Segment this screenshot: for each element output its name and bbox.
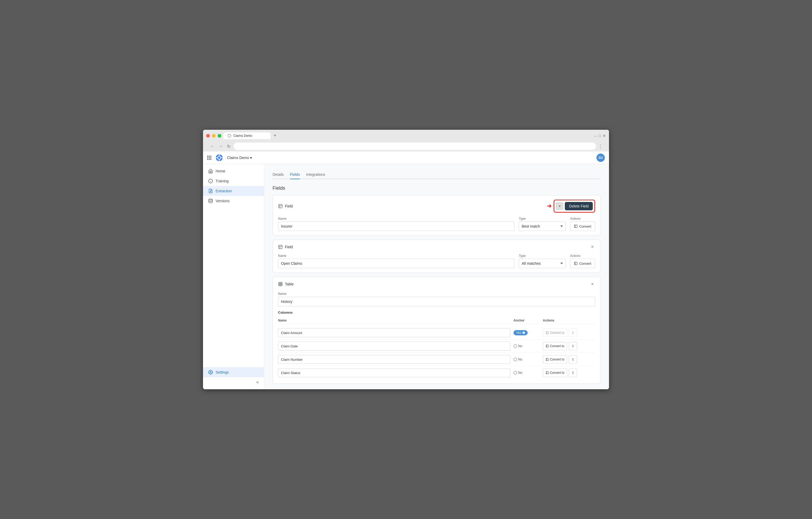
tab-fields[interactable]: Fields: [290, 170, 300, 179]
field-1-type-select[interactable]: Best match All matches First match: [519, 222, 566, 231]
col-2-actions: Convert to: [543, 342, 595, 350]
field-2-close-btn[interactable]: ×: [590, 244, 595, 250]
field-2-row: Name Type Best match All matches First m…: [278, 254, 595, 268]
nav-more-btn[interactable]: ⋮: [598, 143, 603, 149]
win-close-btn[interactable]: [206, 134, 210, 138]
col-4-anchor-no[interactable]: No: [514, 371, 522, 375]
col-4-drag-btn[interactable]: [569, 369, 577, 377]
field-card-1: Field ➜ × Delete Field Name: [272, 195, 601, 235]
col-3-input[interactable]: [278, 355, 511, 364]
win-min-btn[interactable]: [212, 134, 215, 138]
field-2-convert-btn[interactable]: Convert: [570, 259, 595, 268]
sidebar-item-extraction[interactable]: Extraction: [203, 186, 264, 196]
convert-to-icon-2: [546, 345, 549, 348]
field-2-type-select[interactable]: Best match All matches First match: [519, 259, 566, 268]
svg-point-12: [209, 199, 212, 200]
convert-to-icon-3: [546, 358, 549, 361]
app-title[interactable]: Claims Demo ▾: [227, 156, 252, 160]
field-icon-2: [278, 244, 283, 249]
svg-rect-24: [279, 282, 282, 286]
tab-icon: [228, 134, 231, 138]
delete-field-highlighted: × Delete Field: [554, 200, 595, 213]
nav-back-btn[interactable]: ←: [209, 143, 215, 150]
field-card-2: Field × Name Type Best match All matc: [272, 240, 601, 272]
field-2-actions-group: Actions Convert: [570, 254, 595, 268]
svg-rect-39: [546, 358, 549, 361]
versions-icon: [208, 199, 213, 203]
col-2-anchor: No: [514, 344, 540, 348]
sidebar-item-training[interactable]: Training: [203, 176, 264, 186]
apps-icon[interactable]: [207, 156, 211, 160]
close-btn[interactable]: ✕: [603, 134, 606, 138]
user-avatar[interactable]: SU: [597, 153, 605, 162]
page-tabs: Details Fields Integrations: [272, 170, 601, 179]
col-3-drag-btn[interactable]: [569, 355, 577, 364]
svg-point-13: [210, 372, 211, 373]
col-1-input[interactable]: [278, 328, 511, 337]
field-1-type-label: Type: [519, 217, 566, 221]
svg-rect-22: [575, 262, 577, 265]
col-2-drag-btn[interactable]: [569, 342, 577, 350]
col-2-anchor-no[interactable]: No: [514, 344, 522, 348]
convert-to-icon-4: [546, 371, 549, 374]
table-close-btn[interactable]: ×: [590, 281, 595, 287]
main-layout: Home Training Extraction Versions: [203, 164, 609, 389]
field-2-name-label: Name: [278, 254, 515, 258]
browser-tab-active[interactable]: Claims Demo: [224, 133, 270, 139]
sidebar-item-settings[interactable]: Settings: [203, 367, 264, 377]
field-1-name-input[interactable]: [278, 222, 515, 231]
anchor-no-label-4: No: [518, 371, 522, 375]
table-card: Table × Name Columns Name Anchor Actions: [272, 277, 601, 384]
home-icon: [208, 169, 213, 173]
field-1-actions-label: Actions: [570, 217, 595, 221]
win-max-btn[interactable]: [218, 134, 221, 138]
col-anchor-header: Anchor: [514, 319, 540, 322]
table-name-input[interactable]: [278, 297, 595, 306]
field-2-type-group: Type Best match All matches First match: [519, 254, 566, 268]
field-1-name-group: Name: [278, 217, 515, 231]
table-name-group: Name: [278, 291, 595, 306]
table-name-label: Name: [278, 292, 286, 296]
col-2-input[interactable]: [278, 342, 511, 350]
sidebar-item-versions[interactable]: Versions: [203, 196, 264, 206]
tab-details[interactable]: Details: [272, 170, 284, 179]
tab-integrations[interactable]: Integrations: [306, 170, 325, 179]
col-4-convert-to-btn[interactable]: Convert to: [543, 369, 567, 377]
delete-field-btn[interactable]: Delete Field: [565, 202, 593, 210]
field-1-name-label: Name: [278, 217, 515, 221]
anchor-radio-4: [514, 371, 517, 375]
settings-icon: [208, 370, 213, 375]
reorder-icon-2: [571, 344, 575, 348]
browser-tab-label: Claims Demo: [233, 134, 252, 138]
sidebar-item-home[interactable]: Home: [203, 166, 264, 176]
field-1-row: Name Type Best match All matches First m…: [278, 217, 595, 231]
field-2-name-input[interactable]: [278, 259, 515, 268]
reorder-icon-4: [571, 371, 575, 375]
columns-header: Columns: [278, 311, 595, 314]
col-3-convert-to-btn[interactable]: Convert to: [543, 355, 567, 364]
settings-label: Settings: [215, 370, 229, 374]
columns-row-header: Name Anchor Actions: [278, 317, 595, 324]
col-2-convert-to-btn[interactable]: Convert to: [543, 342, 567, 350]
column-row-3: No Convert to: [278, 353, 595, 366]
field-card-2-title: Field: [285, 245, 587, 249]
minimize-btn[interactable]: –: [594, 134, 597, 138]
sidebar-collapse-btn[interactable]: «: [203, 377, 264, 387]
col-4-input[interactable]: [278, 368, 511, 377]
page-title: Fields: [272, 185, 601, 191]
sidebar: Home Training Extraction Versions: [203, 164, 264, 389]
col-3-anchor-no[interactable]: No: [514, 357, 522, 361]
address-bar[interactable]: [234, 143, 596, 150]
sidebar-item-label: Home: [215, 169, 225, 173]
nav-forward-btn[interactable]: →: [218, 143, 224, 150]
field-1-close-x[interactable]: ×: [556, 202, 563, 210]
field-1-actions-area: ➜ × Delete Field: [547, 200, 595, 213]
reorder-icon-1: [571, 331, 575, 335]
restore-btn[interactable]: □: [599, 134, 601, 138]
svg-rect-19: [279, 245, 282, 249]
field-1-convert-btn[interactable]: Convert: [570, 222, 595, 231]
browser-chrome: Claims Demo + – □ ✕ ← → ↻ ⋮: [203, 130, 609, 151]
col-1-anchor-yes-btn[interactable]: Yes: [514, 330, 528, 335]
new-tab-btn[interactable]: +: [271, 132, 279, 139]
nav-refresh-btn[interactable]: ↻: [226, 143, 232, 150]
